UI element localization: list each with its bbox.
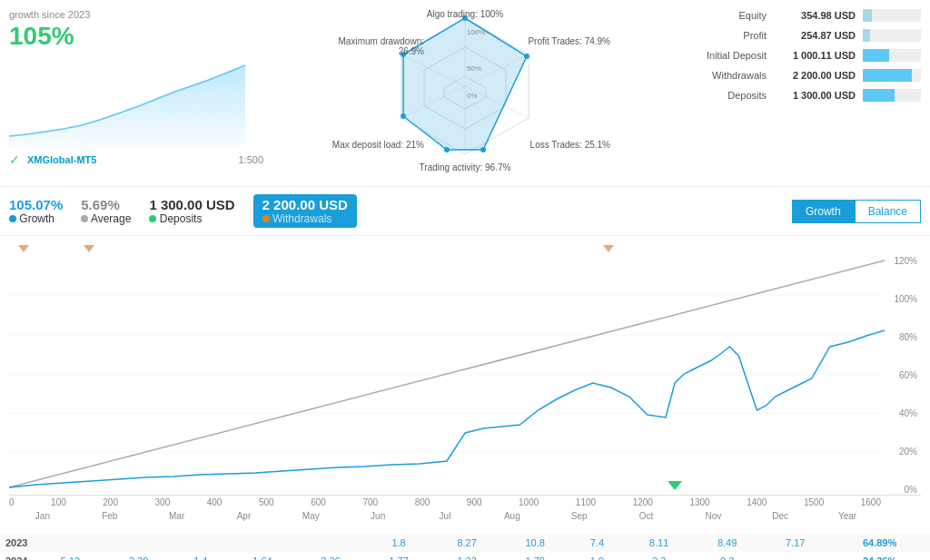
equity-label: Equity bbox=[667, 10, 767, 21]
triangle-indicator-2 bbox=[84, 245, 94, 252]
profit-bar bbox=[863, 29, 870, 42]
x-num-1200: 1200 bbox=[633, 497, 653, 507]
y-axis: 120% 100% 80% 60% 40% 20% 0% bbox=[885, 256, 921, 495]
deposits-bar-container bbox=[863, 89, 921, 102]
jan-2023 bbox=[36, 534, 104, 552]
month-jan: Jan bbox=[9, 511, 76, 521]
x-num-400: 400 bbox=[207, 497, 223, 507]
radar-chart-panel: 100%+ 50% 0% Algo trading: 100% Maximum … bbox=[272, 9, 658, 177]
x-num-1100: 1100 bbox=[576, 497, 596, 507]
growth-button[interactable]: Growth bbox=[792, 200, 855, 223]
jun-2023: 1.8 bbox=[365, 534, 433, 552]
month-feb: Feb bbox=[76, 511, 143, 521]
total-2023: 64.89% bbox=[829, 534, 930, 552]
broker-name: XMGlobal-MT5 bbox=[27, 154, 96, 165]
deposits-bar bbox=[863, 89, 895, 102]
profit-bar-container bbox=[863, 29, 921, 42]
withdrawals-stat-value: 2 200.00 USD bbox=[262, 197, 348, 212]
x-num-1600: 1600 bbox=[861, 497, 881, 507]
withdrawals-stat-label: Withdrawals bbox=[262, 212, 348, 225]
main-chart-container bbox=[9, 256, 885, 495]
x-axis-numbers: 0 100 200 300 400 500 600 700 800 900 10… bbox=[9, 495, 921, 509]
month-jul: Jul bbox=[411, 511, 479, 521]
average-stat: 5.69% Average bbox=[81, 197, 131, 225]
loss-trades-label: Loss Trades: 25.1% bbox=[530, 140, 610, 150]
balance-button[interactable]: Balance bbox=[855, 200, 921, 223]
svg-text:100%+: 100%+ bbox=[467, 28, 490, 36]
month-year: Year bbox=[814, 511, 881, 521]
equity-bar bbox=[863, 9, 872, 22]
growth-stat-value: 105.07% bbox=[9, 197, 63, 212]
initial-deposit-bar-container bbox=[863, 49, 921, 62]
broker-info: ✓ XMGlobal-MT5 1:500 bbox=[9, 152, 263, 167]
aug-2024: 1.79 bbox=[501, 552, 569, 560]
x-axis-months: Jan Feb Mar Apr May Jun Jul Aug Sep Oct … bbox=[9, 509, 921, 525]
y-label-100: 100% bbox=[885, 294, 917, 304]
may-2024: 2.36 bbox=[296, 552, 364, 560]
withdrawals-bar-container bbox=[863, 69, 921, 82]
mini-chart bbox=[9, 54, 245, 145]
y-label-60: 60% bbox=[885, 370, 917, 380]
x-num-1300: 1300 bbox=[689, 497, 709, 507]
nov-2024: 0.2 bbox=[693, 552, 761, 560]
svg-point-9 bbox=[480, 147, 486, 152]
feb-2024: 2.39 bbox=[104, 552, 173, 560]
algo-trading-label: Algo trading: 100% bbox=[427, 9, 504, 19]
broker-badge: ✓ bbox=[9, 152, 20, 167]
x-num-0: 0 bbox=[9, 497, 15, 507]
y-label-0: 0% bbox=[885, 485, 917, 495]
month-aug: Aug bbox=[479, 511, 546, 521]
triangle-indicator-3 bbox=[603, 245, 614, 252]
svg-point-10 bbox=[444, 147, 450, 152]
apr-2023 bbox=[228, 534, 296, 552]
average-stat-label: Average bbox=[81, 212, 131, 225]
initial-deposit-label: Initial Deposit bbox=[667, 50, 767, 61]
jul-2023: 8.27 bbox=[433, 534, 501, 552]
main-chart-svg bbox=[9, 256, 885, 492]
month-apr: Apr bbox=[211, 511, 278, 521]
jul-2024: 1.23 bbox=[433, 552, 501, 560]
x-num-1400: 1400 bbox=[747, 497, 767, 507]
svg-text:50%: 50% bbox=[467, 64, 481, 73]
jan-2024: 5.12 bbox=[36, 552, 104, 560]
growth-stat-label: Growth bbox=[9, 212, 63, 225]
total-2024: 24.36% bbox=[829, 552, 930, 560]
nov-2023: 8.49 bbox=[693, 534, 761, 552]
deposits-dot bbox=[149, 215, 156, 222]
growth-dot bbox=[9, 215, 16, 222]
y-label-40: 40% bbox=[885, 408, 917, 418]
x-num-800: 800 bbox=[415, 497, 430, 507]
table-row-2024: 2024 5.12 2.39 1.4 1.64 2.36 1.77 1.23 1… bbox=[0, 552, 930, 560]
deposits-stat: 1 300.00 USD Deposits bbox=[149, 197, 234, 225]
month-nov: Nov bbox=[679, 511, 747, 521]
y-label-20: 20% bbox=[885, 447, 917, 457]
x-num-900: 900 bbox=[467, 497, 482, 507]
mar-2023 bbox=[173, 534, 228, 552]
table-row-2023: 2023 1.8 8.27 10.8 7.4 8.11 8.49 7.17 64… bbox=[0, 534, 930, 552]
initial-deposit-bar bbox=[863, 49, 889, 62]
deposits-stat-value: 1 300.00 USD bbox=[149, 197, 234, 212]
trading-activity-label: Trading activity: 96.7% bbox=[420, 162, 511, 172]
chart-area: 120% 100% 80% 60% 40% 20% 0% 0 100 200 3… bbox=[0, 236, 930, 534]
jun-2024: 1.77 bbox=[365, 552, 433, 560]
apr-2024: 1.64 bbox=[228, 552, 296, 560]
stats-panel: Equity 354.98 USD Profit 254.87 USD Init… bbox=[667, 9, 921, 177]
withdrawals-bar bbox=[863, 69, 912, 82]
triangle-indicator-1 bbox=[18, 245, 29, 252]
x-num-1000: 1000 bbox=[519, 497, 539, 507]
svg-point-11 bbox=[401, 113, 406, 119]
x-num-500: 500 bbox=[259, 497, 274, 507]
equity-value: 354.98 USD bbox=[774, 10, 856, 21]
withdrawals-value: 2 200.00 USD bbox=[774, 70, 856, 81]
svg-marker-24 bbox=[668, 481, 682, 490]
oct-2024: 2.3 bbox=[625, 552, 693, 560]
month-oct: Oct bbox=[613, 511, 680, 521]
month-may: May bbox=[277, 511, 344, 521]
profit-label: Profit bbox=[667, 30, 767, 41]
growth-since-label: growth since 2023 bbox=[9, 9, 263, 20]
average-stat-value: 5.69% bbox=[81, 197, 131, 212]
month-jun: Jun bbox=[344, 511, 411, 521]
average-dot bbox=[81, 215, 88, 222]
profit-value: 254.87 USD bbox=[774, 30, 856, 41]
profit-row: Profit 254.87 USD bbox=[667, 29, 921, 42]
